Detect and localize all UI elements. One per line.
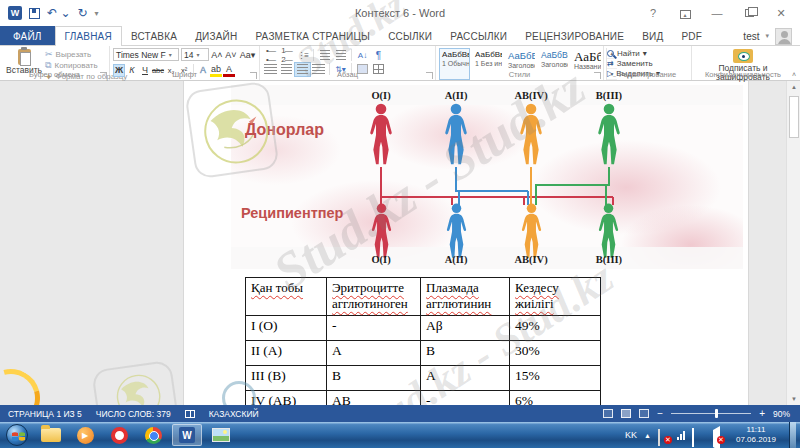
ribbon: Вставить ✂Вырезать ⧉Копировать ✦Формат п… — [0, 45, 800, 81]
recipient-type-o-label: O(I) — [346, 254, 416, 265]
recipient-figure-ab — [518, 203, 545, 260]
ribbon-display-options-button[interactable]: ▴ — [676, 7, 694, 19]
find-button[interactable]: Найти ▾ — [607, 49, 688, 58]
grow-font-button[interactable]: А˄ — [211, 48, 223, 61]
document-page[interactable]: O(I) A(II) AB(IV) B(III) Донорлар Реципи… — [183, 81, 749, 405]
table-cell[interactable]: III (B) — [246, 366, 327, 391]
font-family-select[interactable]: Times New F▾ — [113, 48, 179, 61]
taskbar-explorer-icon[interactable] — [36, 424, 66, 446]
zoom-out-icon[interactable]: − — [657, 409, 663, 419]
account-area[interactable]: test ▾ — [743, 26, 800, 46]
zoom-slider[interactable] — [671, 413, 751, 414]
taskbar-clock[interactable]: 11:11 07.06.2019 — [730, 425, 782, 445]
collapse-ribbon-icon[interactable]: ˄ — [792, 71, 796, 78]
table-cell[interactable]: 49% — [510, 316, 601, 341]
tab-design[interactable]: ДИЗАЙН — [186, 26, 246, 46]
close-button[interactable]: ✕ — [772, 7, 790, 20]
group-privacy: Подписать и зашифровать Конфиденциальнос… — [692, 46, 794, 80]
account-caret-icon: ▾ — [765, 32, 769, 40]
zoom-level[interactable]: 90% — [773, 409, 790, 419]
scroll-down-icon[interactable]: ▼ — [787, 393, 800, 405]
tray-language[interactable]: KK — [625, 430, 637, 440]
table-cell[interactable]: 30% — [510, 341, 601, 366]
table-cell[interactable]: - — [421, 391, 510, 406]
show-desktop-button[interactable] — [789, 422, 796, 448]
table-cell[interactable]: 6% — [510, 391, 601, 406]
replace-button[interactable]: ⇄Заменить — [607, 59, 688, 68]
read-mode-icon[interactable] — [603, 409, 613, 418]
paragraph-dialog-launcher[interactable] — [426, 72, 433, 79]
tab-layout[interactable]: РАЗМЕТКА СТРАНИЦЫ — [246, 26, 379, 46]
zoom-slider-thumb[interactable] — [715, 409, 718, 418]
multilevel-list-button[interactable]: ⋮≡ — [295, 49, 310, 62]
taskbar-chrome-icon[interactable] — [138, 424, 168, 446]
tab-insert[interactable]: ВСТАВКА — [122, 26, 186, 46]
redo-icon[interactable]: ↻ — [77, 7, 87, 19]
volume-muted-icon[interactable] — [711, 429, 723, 441]
save-icon[interactable] — [29, 8, 40, 19]
table-cell[interactable]: Aβ — [421, 316, 510, 341]
show-marks-button[interactable]: ¶ — [371, 49, 386, 62]
change-case-button[interactable]: Аа▾ — [239, 48, 256, 61]
shrink-font-button[interactable]: А˅ — [225, 48, 237, 61]
header-blood-group[interactable]: Қан тобы — [246, 278, 327, 316]
table-cell[interactable]: I (O) — [246, 316, 327, 341]
blood-type-diagram-image[interactable]: O(I) A(II) AB(IV) B(III) Донорлар Реципи… — [231, 85, 743, 269]
taskbar-word-icon[interactable]: W — [172, 424, 202, 446]
tab-pdf[interactable]: PDF — [672, 26, 711, 46]
language-indicator[interactable]: КАЗАХСКИЙ — [209, 409, 259, 419]
tab-mailings[interactable]: РАССЫЛКИ — [441, 26, 516, 46]
table-cell[interactable]: А — [327, 341, 421, 366]
web-layout-icon[interactable] — [639, 409, 649, 418]
print-layout-icon[interactable] — [621, 409, 631, 418]
page-indicator[interactable]: СТРАНИЦА 1 ИЗ 5 — [8, 409, 82, 419]
table-cell[interactable]: В — [327, 366, 421, 391]
table-header-row: Қан тобы Эритроцитте агглютиноген Плазма… — [246, 278, 601, 316]
taskbar-media-player-icon[interactable]: ▶ — [70, 424, 100, 446]
decrease-indent-button[interactable] — [317, 49, 332, 62]
table-cell[interactable]: II (A) — [246, 341, 327, 366]
minimize-button[interactable]: — — [708, 7, 726, 19]
word-count[interactable]: ЧИСЛО СЛОВ: 379 — [96, 409, 171, 419]
undo-icon[interactable]: ↶ ⌄ — [47, 7, 70, 19]
clipboard-dialog-launcher[interactable] — [100, 72, 107, 79]
scrollbar-thumb[interactable] — [789, 96, 799, 138]
sort-button[interactable]: А↓ — [355, 49, 370, 62]
header-frequency[interactable]: Кездесу жиілігі — [510, 278, 601, 316]
bullets-button[interactable]: •—•— — [263, 49, 278, 62]
qat-customize-icon[interactable]: ▾ — [95, 9, 99, 18]
network-icon[interactable] — [677, 430, 685, 440]
tab-view[interactable]: ВИД — [633, 26, 672, 46]
proofing-icon[interactable] — [185, 410, 195, 418]
table-cell[interactable]: - — [327, 316, 421, 341]
header-erythrocyte[interactable]: Эритроцитте агглютиноген — [327, 278, 421, 316]
zoom-in-icon[interactable]: + — [759, 409, 765, 419]
table-cell[interactable]: АВ — [327, 391, 421, 406]
font-size-select[interactable]: 14▾ — [181, 48, 209, 61]
tab-home[interactable]: ГЛАВНАЯ — [55, 26, 122, 46]
taskbar-photos-icon[interactable] — [206, 424, 236, 446]
numbering-button[interactable]: 1—2— — [279, 49, 294, 62]
tray-expand-icon[interactable]: ▲ — [644, 432, 651, 439]
table-cell[interactable]: 15% — [510, 366, 601, 391]
increase-indent-button[interactable] — [333, 49, 348, 62]
clipboard-tray-icon[interactable] — [692, 429, 704, 441]
start-button[interactable] — [6, 424, 28, 446]
tab-review[interactable]: РЕЦЕНЗИРОВАНИЕ — [516, 26, 633, 46]
help-button[interactable]: ? — [644, 7, 662, 19]
header-plasma[interactable]: Плазмада агглютинин — [421, 278, 510, 316]
restore-button[interactable] — [740, 7, 758, 19]
styles-dialog-launcher[interactable] — [594, 72, 601, 79]
vertical-scrollbar[interactable]: ▲ ▼ — [786, 81, 800, 405]
font-dialog-launcher[interactable] — [250, 72, 257, 79]
folder-eye-icon — [733, 49, 753, 63]
taskbar-opera-icon[interactable] — [104, 424, 134, 446]
system-tray: KK ▲ 11:11 07.06.2019 — [625, 422, 800, 448]
table-cell[interactable]: А — [421, 366, 510, 391]
tab-file[interactable]: ФАЙЛ — [0, 26, 55, 46]
table-cell[interactable]: IV (AB) — [246, 391, 327, 406]
action-center-icon[interactable] — [658, 429, 670, 441]
table-cell[interactable]: В — [421, 341, 510, 366]
tab-references[interactable]: ССЫЛКИ — [379, 26, 441, 46]
word-app-icon[interactable]: W — [8, 6, 22, 20]
